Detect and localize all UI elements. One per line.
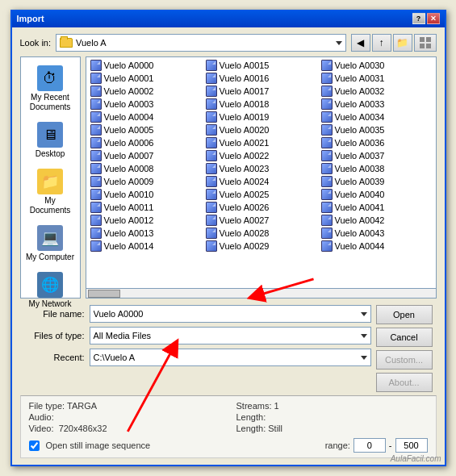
current-folder-text: Vuelo A — [76, 38, 107, 48]
list-item[interactable]: Vuelo A0028 — [203, 227, 319, 240]
list-item[interactable]: Vuelo A0012 — [88, 214, 203, 227]
list-item[interactable]: Vuelo A0039 — [319, 175, 434, 188]
desktop-icon — [37, 122, 63, 148]
list-item[interactable]: Vuelo A0024 — [203, 175, 319, 188]
list-item[interactable]: Vuelo A0034 — [319, 111, 434, 123]
scrollbar-thumb[interactable] — [88, 290, 120, 298]
watermark: AulaFacil.com — [391, 454, 441, 463]
file-name: Vuelo A0035 — [335, 125, 385, 135]
range-start-input[interactable] — [354, 438, 386, 453]
file-icon — [321, 202, 333, 213]
file-name-input[interactable] — [94, 309, 358, 319]
about-button[interactable]: About... — [376, 373, 433, 392]
file-name: Vuelo A0012 — [104, 215, 154, 225]
up-button[interactable]: ↑ — [372, 34, 391, 52]
file-type-dropdown[interactable]: All Media Files — [90, 327, 371, 344]
svg-rect-2 — [420, 44, 425, 48]
close-button[interactable]: ✕ — [427, 13, 440, 24]
list-item[interactable]: Vuelo A0019 — [203, 111, 319, 123]
view-button[interactable] — [414, 34, 437, 52]
list-item[interactable]: Vuelo A0032 — [319, 85, 434, 98]
list-item[interactable]: Vuelo A0001 — [88, 72, 203, 85]
list-item[interactable]: Vuelo A0036 — [319, 136, 434, 149]
info-length2-col: Length: Still — [236, 424, 428, 433]
list-item[interactable]: Vuelo A0004 — [88, 111, 203, 123]
sidebar-item-desktop[interactable]: Desktop — [22, 119, 78, 162]
list-item[interactable]: Vuelo A0010 — [88, 188, 203, 201]
list-item[interactable]: Vuelo A0009 — [88, 175, 203, 188]
list-item[interactable]: Vuelo A0016 — [203, 72, 319, 85]
info-row-2: Audio: Length: — [29, 412, 428, 422]
file-name: Vuelo A0037 — [335, 151, 385, 161]
recent-row: Recent: C:\Vuelo A — [20, 349, 371, 366]
list-item[interactable]: Vuelo A0023 — [203, 162, 319, 175]
sidebar-item-computer[interactable]: My Computer — [22, 222, 78, 265]
list-item[interactable]: Vuelo A0026 — [203, 201, 319, 214]
look-in-row: Look in: Vuelo A ◀ ↑ 📁 — [20, 34, 437, 52]
look-in-dropdown[interactable]: Vuelo A — [56, 34, 345, 52]
list-item[interactable]: Vuelo A0002 — [88, 85, 203, 98]
look-in-label: Look in: — [20, 38, 52, 48]
file-type-row: Files of type: All Media Files — [20, 327, 371, 344]
list-item[interactable]: Vuelo A0011 — [88, 201, 203, 214]
list-item[interactable]: Vuelo A0037 — [319, 149, 434, 162]
list-item[interactable]: Vuelo A0006 — [88, 136, 203, 149]
list-item[interactable]: Vuelo A0035 — [319, 123, 434, 136]
list-item[interactable]: Vuelo A0044 — [319, 240, 434, 253]
list-item[interactable]: Vuelo A0040 — [319, 188, 434, 201]
sequence-checkbox[interactable] — [29, 441, 40, 451]
file-name: Vuelo A0034 — [335, 112, 385, 122]
list-item[interactable]: Vuelo A0043 — [319, 227, 434, 240]
cancel-button[interactable]: Cancel — [376, 328, 433, 347]
list-item[interactable]: Vuelo A0017 — [203, 85, 319, 98]
list-item[interactable]: Vuelo A0042 — [319, 214, 434, 227]
file-icon — [321, 86, 333, 97]
dialog-title: Import — [17, 14, 44, 23]
range-end-input[interactable] — [395, 438, 428, 453]
list-item[interactable]: Vuelo A0003 — [88, 98, 203, 111]
list-item[interactable]: Vuelo A0000 — [88, 59, 203, 72]
open-button[interactable]: Open — [376, 305, 433, 324]
sidebar-item-recent[interactable]: My RecentDocuments — [22, 62, 78, 115]
help-button[interactable]: ? — [412, 13, 425, 24]
new-folder-button[interactable]: 📁 — [393, 34, 412, 52]
list-item[interactable]: Vuelo A0025 — [203, 188, 319, 201]
list-item[interactable]: Vuelo A0022 — [203, 149, 319, 162]
file-name: Vuelo A0006 — [104, 138, 154, 148]
scrollbar[interactable] — [86, 288, 436, 298]
list-item[interactable]: Vuelo A0005 — [88, 123, 203, 136]
file-name: Vuelo A0019 — [220, 112, 270, 122]
list-item[interactable]: Vuelo A0008 — [88, 162, 203, 175]
list-item[interactable]: Vuelo A0021 — [203, 136, 319, 149]
file-icon — [206, 215, 217, 226]
length2-label: Length: — [236, 424, 266, 433]
list-item[interactable]: Vuelo A0038 — [319, 162, 434, 175]
title-bar-buttons: ? ✕ — [412, 13, 440, 24]
file-name-input-wrapper[interactable] — [90, 305, 371, 323]
file-name: Vuelo A0000 — [104, 61, 154, 70]
list-item[interactable]: Vuelo A0029 — [203, 240, 319, 253]
info-col-right: Streams: 1 — [236, 401, 428, 411]
list-item[interactable]: Vuelo A0014 — [88, 240, 203, 253]
list-item[interactable]: Vuelo A0027 — [203, 214, 319, 227]
recent-label: Recent: — [20, 353, 85, 362]
file-name: Vuelo A0005 — [104, 125, 154, 135]
file-icon — [90, 176, 102, 187]
list-item[interactable]: Vuelo A0007 — [88, 149, 203, 162]
list-item[interactable]: Vuelo A0018 — [203, 98, 319, 111]
list-item[interactable]: Vuelo A0020 — [203, 123, 319, 136]
list-item[interactable]: Vuelo A0013 — [88, 227, 203, 240]
list-item[interactable]: Vuelo A0031 — [319, 72, 434, 85]
list-item[interactable]: Vuelo A0015 — [203, 59, 319, 72]
list-item[interactable]: Vuelo A0041 — [319, 201, 434, 214]
list-item[interactable]: Vuelo A0030 — [319, 59, 434, 72]
file-icon — [90, 60, 102, 71]
dialog-content: Look in: Vuelo A ◀ ↑ 📁 — [12, 27, 445, 465]
recent-dropdown[interactable]: C:\Vuelo A — [90, 349, 371, 366]
back-button[interactable]: ◀ — [351, 34, 370, 52]
list-item[interactable]: Vuelo A0033 — [319, 98, 434, 111]
custom-button[interactable]: Custom... — [376, 350, 433, 370]
file-icon — [206, 150, 217, 161]
svg-rect-1 — [426, 37, 431, 42]
sidebar-item-documents[interactable]: My Documents — [22, 165, 78, 219]
